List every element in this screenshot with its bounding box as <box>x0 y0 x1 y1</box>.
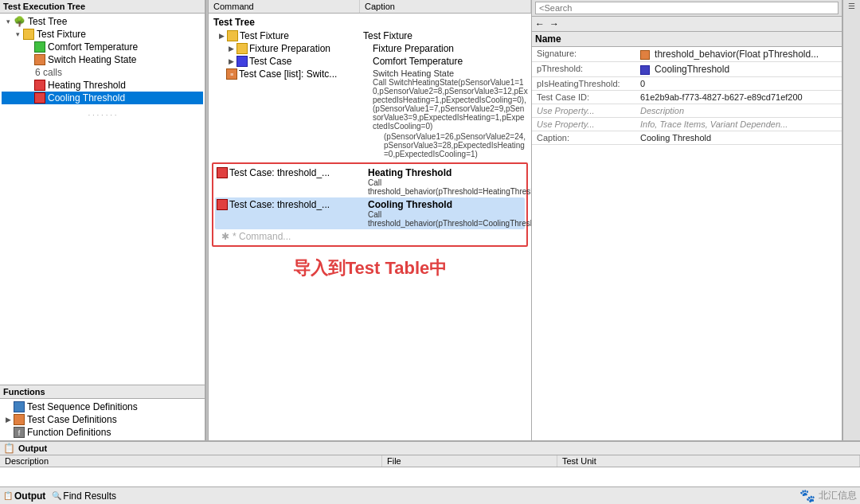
prop-row-caption: Caption: Cooling Threshold <box>532 131 842 145</box>
output-tab-label: Output <box>14 490 45 502</box>
expand-comfort <box>24 43 33 51</box>
signature-value: threshold_behavior(Float pThreshold... <box>635 47 842 62</box>
test-fixture-label: Test Fixture <box>37 29 86 40</box>
tree-item-test-tree[interactable]: ▾ 🌳 Test Tree <box>2 15 203 28</box>
output-title: Output <box>18 443 47 453</box>
unit-col-header: Test Unit <box>557 455 860 467</box>
highlight-row-heating[interactable]: Test Case: threshold_... Heating Thresho… <box>215 166 525 197</box>
tree-area: ▾ 🌳 Test Tree ▾ Test Fixture Comfort Tem… <box>0 14 205 385</box>
tree-item-test-fixture[interactable]: ▾ Test Fixture <box>2 28 203 41</box>
expand-tc-row[interactable]: ▶ <box>226 57 236 65</box>
highlight-row-cooling[interactable]: Test Case: threshold_... Cooling Thresho… <box>215 197 525 229</box>
tree-item-cooling-threshold[interactable]: Cooling Threshold <box>2 92 203 104</box>
prop-row-pIsHeating: pIsHeatingThreshold: 0 <box>532 77 842 91</box>
watermark-area: 🐾 北汇信息 <box>799 488 857 503</box>
prop-row-useprop2: Use Property... Info, Trace Items, Varia… <box>532 118 842 131</box>
cmd-row-test-case[interactable]: ▶ Test Case Comfort Temperature <box>210 55 530 68</box>
folder-icon: 🌳 <box>14 16 26 27</box>
comfort-icon <box>34 41 45 53</box>
prop-row-useprop1: Use Property... Description <box>532 104 842 118</box>
expand-heating <box>24 81 33 89</box>
expand-func <box>3 428 13 436</box>
useprop1-value: Description <box>635 104 842 118</box>
bottom-panel: 📋 Output Description File Test Unit 📋 Ou… <box>0 440 860 504</box>
highlight-cooling-caption: Cooling Threshold <box>368 199 523 210</box>
prop-row-pThreshold: pThreshold: CoolingThreshold <box>532 62 842 77</box>
useprop2-label: Use Property... <box>532 118 635 131</box>
tree-item-heating-threshold[interactable]: Heating Threshold <box>2 79 203 92</box>
functions-header: Functions <box>0 385 205 399</box>
toolbar-arrow-left[interactable]: ← <box>535 18 545 29</box>
bottom-header: 📋 Output <box>0 442 860 455</box>
middle-header: Command Caption <box>209 0 531 14</box>
toggle-icon[interactable]: ☰ <box>848 2 855 10</box>
import-label: 导入到Test Table中 <box>210 250 530 283</box>
find-tab-label: Find Results <box>63 490 116 502</box>
middle-panel: Command Caption Test Tree ▶ Test Fixture… <box>209 0 532 440</box>
tc-row-label: Test Case <box>249 56 291 67</box>
tree-item-switch-heating[interactable]: Switch Heating State <box>2 53 203 66</box>
expand-tc[interactable]: ▶ <box>3 416 13 424</box>
tab-find-results[interactable]: 🔍 Find Results <box>52 490 116 502</box>
right-panel: ← → Name Signature: threshold_behavior(F… <box>532 0 842 440</box>
highlight-heating-caption: Heating Threshold <box>368 167 523 178</box>
toolbar-arrow-right[interactable]: → <box>549 18 559 29</box>
tc-defs-icon <box>14 414 25 425</box>
watermark-icon: 🐾 <box>799 488 815 503</box>
highlight-cooling-sub: Call threshold_behavior(pThreshold=Cooli… <box>368 210 523 228</box>
desc-col-header: Description <box>0 455 382 467</box>
highlight-heating-sub: Call threshold_behavior(pThreshold=Heati… <box>368 178 523 196</box>
tc-caption: Comfort Temperature <box>373 56 528 67</box>
test-tree-label: Test Tree <box>28 16 67 27</box>
placeholder-text: * Command... <box>233 231 291 242</box>
switch-icon <box>34 54 45 65</box>
section-label-testTree: Test Tree <box>210 15 530 29</box>
tree-item-6calls: 6 calls <box>2 66 203 79</box>
continuation-text: (pSensorValue1=26,pSensorValue2=24,pSens… <box>384 132 528 158</box>
functions-area: Test Sequence Definitions ▶ Test Case De… <box>0 399 205 440</box>
command-col-header: Command <box>209 0 360 13</box>
testcaseid-label: Test Case ID: <box>532 91 635 104</box>
expand-test-fixture[interactable]: ▾ <box>13 30 22 38</box>
comfort-temp-label: Comfort Temperature <box>48 41 138 53</box>
far-right-panel: ☰ <box>842 0 860 440</box>
useprop1-label: Use Property... <box>532 104 635 118</box>
right-search-bar <box>532 0 842 17</box>
fixture-icon <box>23 29 34 40</box>
expand-fp[interactable]: ▶ <box>226 45 236 53</box>
cmd-row-tc-list[interactable]: ≡ Test Case [list]: Switc... Switch Heat… <box>210 68 530 131</box>
tab-output[interactable]: 📋 Output <box>3 490 45 502</box>
tree-item-seq-defs[interactable]: Test Sequence Definitions <box>2 400 203 413</box>
cmd-row-test-fixture[interactable]: ▶ Test Fixture Test Fixture <box>210 29 530 42</box>
func-defs-label: Function Definitions <box>27 427 111 438</box>
tf-caption: Test Fixture <box>363 30 528 41</box>
pIsHeating-label: pIsHeatingThreshold: <box>532 77 635 91</box>
tree-item-func-defs[interactable]: f Function Definitions <box>2 426 203 439</box>
cooling-icon <box>34 92 45 104</box>
fp-label: Fixture Preparation <box>249 43 330 54</box>
expand-tf[interactable]: ▶ <box>217 32 226 40</box>
tree-item-tc-defs[interactable]: ▶ Test Case Definitions <box>2 413 203 426</box>
output-icon: 📋 <box>3 443 15 454</box>
placeholder-row[interactable]: ✱ * Command... <box>215 229 525 244</box>
signature-label: Signature: <box>532 47 635 62</box>
cmd-row-fixture-prep[interactable]: ▶ Fixture Preparation Fixture Preparatio… <box>210 42 530 55</box>
testcaseid-value: 61e2b9ab-f773-4827-b627-e89cd71ef200 <box>635 91 842 104</box>
placeholder-star: ✱ <box>221 231 229 242</box>
caption-value: Cooling Threshold <box>635 131 842 145</box>
bottom-tabs: 📋 Output 🔍 Find Results 🐾 北汇信息 <box>0 486 860 504</box>
cmd-row-continuation: (pSensorValue1=26,pSensorValue2=24,pSens… <box>210 131 530 159</box>
func-icon: f <box>14 427 25 438</box>
expand-test-tree[interactable]: ▾ <box>3 18 13 25</box>
tf-label: Test Fixture <box>240 30 289 41</box>
expand-cooling <box>24 94 33 102</box>
highlight-cooling-label: Test Case: threshold_... <box>229 199 330 210</box>
tree-item-comfort-temp[interactable]: Comfort Temperature <box>2 41 203 53</box>
prop-row-testcaseid: Test Case ID: 61e2b9ab-f773-4827-b627-e8… <box>532 91 842 104</box>
middle-content: Test Tree ▶ Test Fixture Test Fixture ▶ … <box>209 14 531 440</box>
expand-seq <box>3 403 13 411</box>
prop-row-signature: Signature: threshold_behavior(Float pThr… <box>532 47 842 62</box>
pThreshold-value: CoolingThreshold <box>635 62 842 77</box>
name-col-header: Name <box>535 33 561 45</box>
search-input[interactable] <box>535 2 838 14</box>
